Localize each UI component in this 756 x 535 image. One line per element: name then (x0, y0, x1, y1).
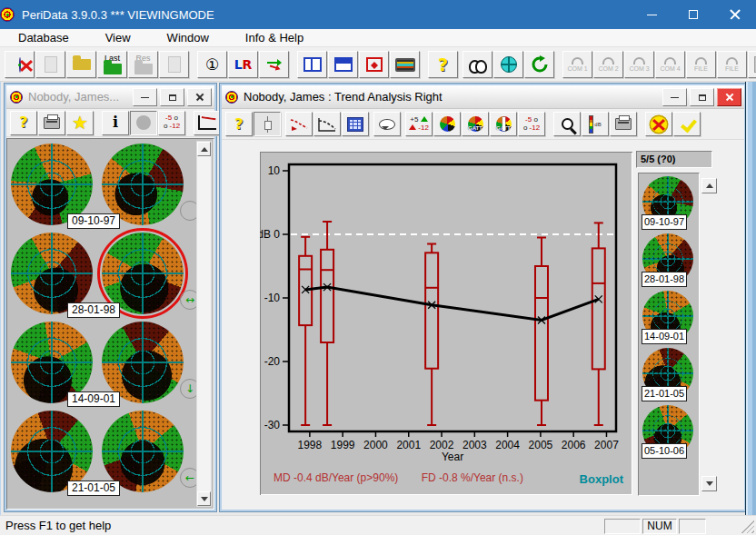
file2-label: FILE (725, 65, 739, 72)
sort-arrows-icon (266, 57, 283, 72)
overview-minimize-button[interactable] (133, 88, 157, 106)
gatt-label: GATT (468, 125, 483, 131)
overview-title-bar[interactable]: Nobody, James... (6, 85, 214, 109)
close-database-button[interactable] (5, 51, 35, 78)
scroll-up-button[interactable] (197, 142, 211, 156)
gatt-pie-icon: GATT (468, 116, 483, 132)
minimize-icon (647, 15, 657, 15)
trend-print-button[interactable] (610, 112, 637, 136)
overview-help-button[interactable]: ? (10, 111, 37, 135)
overview-restore-button[interactable] (160, 88, 184, 106)
exam-row: ↓14-09-01 (9, 319, 200, 408)
com3-button[interactable]: COM 3 (624, 51, 654, 78)
minimize-button[interactable] (631, 0, 672, 29)
import-button[interactable] (159, 51, 189, 78)
trend-restore-button[interactable] (690, 88, 714, 106)
com4-button[interactable]: COM 4 (655, 51, 685, 78)
accept-button[interactable] (673, 112, 701, 136)
resize-grip[interactable] (741, 520, 754, 533)
app-icon (0, 7, 15, 22)
overview-close-button[interactable] (187, 88, 212, 106)
overview-grayscale-button[interactable] (130, 111, 157, 135)
zoom-button[interactable] (553, 112, 581, 136)
tile-horizontal-button[interactable] (328, 51, 358, 78)
sort-button[interactable] (259, 51, 289, 78)
exam-thumbnail-panel: 09-10-97↔28-01-98↓14-09-01←21-01-05 (6, 138, 214, 510)
trend-help-button[interactable]: ? (225, 112, 253, 136)
com1-button[interactable]: COM 1 (562, 51, 592, 78)
svg-text:1999: 1999 (331, 439, 355, 451)
trend-curve-red-button[interactable] (285, 112, 313, 136)
search-button[interactable] (463, 51, 492, 78)
menu-info-help[interactable]: Info & Help (233, 29, 316, 46)
list-scroll-down-button[interactable] (701, 476, 717, 491)
defect-triangles-button[interactable]: +5 -12 (405, 112, 433, 136)
list-scroll-up-button[interactable] (701, 178, 717, 193)
open-last-button[interactable]: Last (97, 51, 127, 78)
exam-count-box: 5/5 (?0) (636, 151, 712, 168)
web-button[interactable] (493, 51, 523, 78)
decay-curve-icon (198, 115, 216, 130)
menu-database[interactable]: Database (5, 29, 82, 46)
open-button[interactable] (66, 51, 96, 78)
trend-exam-item[interactable]: 21-01-05 (639, 345, 699, 402)
menu-window[interactable]: Window (154, 29, 222, 46)
trend-exam-item[interactable]: 09-10-97 (639, 173, 699, 231)
file-transfer-button-1[interactable]: FILE (686, 51, 716, 78)
help-button[interactable]: ? (428, 51, 458, 78)
trend-close-button[interactable] (717, 88, 741, 106)
color-scale-button[interactable]: dB (582, 112, 609, 136)
menu-view[interactable]: View (93, 29, 144, 46)
trend-exam-item[interactable]: 14-09-01 (639, 288, 699, 345)
trend-curve-black-button[interactable] (313, 112, 341, 136)
tile-vertical-button[interactable] (297, 51, 327, 78)
trend-title-bar[interactable]: Nobody, James : Trend Analysis Right (222, 85, 744, 109)
gatt-cross-button[interactable]: GATT (490, 112, 517, 136)
value-table-button[interactable] (342, 112, 369, 136)
left-right-button[interactable]: LR (228, 51, 258, 78)
color-map-button[interactable] (433, 112, 461, 136)
svg-text:2000: 2000 (363, 439, 388, 451)
boxplot-mode-button[interactable] (254, 112, 281, 136)
svg-text:dB 0: dB 0 (260, 228, 280, 241)
com2-button[interactable]: COM 2 (593, 51, 623, 78)
overview-values-button[interactable]: -5 o o -12 (158, 111, 185, 135)
gatt-button[interactable]: GATT (462, 112, 489, 136)
menu-bar: Database View Window Info & Help (0, 29, 756, 47)
overview-print-button[interactable] (38, 111, 65, 135)
trend-minimize-button[interactable] (662, 88, 687, 106)
magnifier-icon (562, 118, 573, 130)
discard-button[interactable] (645, 112, 672, 136)
exam-date-label: 14-09-01 (642, 329, 687, 344)
screen-setup-button[interactable] (390, 51, 420, 78)
overview-scrollbar[interactable] (196, 141, 212, 507)
single-exam-button[interactable]: ① (197, 51, 227, 78)
comment-button[interactable] (373, 112, 401, 136)
maximize-button[interactable] (672, 0, 714, 29)
trend-chart-panel: 10dB 0-10-20-301998199920002001200220032… (260, 152, 632, 495)
trend-exam-item[interactable]: 28-01-98 (639, 231, 699, 288)
trend-boxplot-chart: 10dB 0-10-20-301998199920002001200220032… (260, 152, 632, 495)
overview-info-button[interactable]: i (102, 111, 129, 135)
cascade-button[interactable] (359, 51, 389, 78)
new-exam-button[interactable] (35, 51, 65, 78)
open-results-button[interactable]: Res (128, 51, 158, 78)
app-title: PeriData 3.9.0.3 *** VIEWINGMODE (22, 8, 214, 22)
res-folder-icon (134, 64, 153, 74)
overview-favorite-button[interactable]: ★ (66, 111, 94, 135)
printer-icon (44, 117, 60, 129)
trend-client-area: 10dB 0-10-20-301998199920002001200220032… (222, 141, 744, 510)
refresh-button[interactable] (524, 51, 554, 78)
exam-date-label: 28-01-98 (67, 302, 120, 318)
trend-exam-item[interactable]: 05-10-06 (639, 402, 699, 460)
last-folder-icon (104, 64, 122, 74)
symbol-values-button[interactable]: -5 o o -12 (518, 112, 545, 136)
exam-date-label: 09-10-97 (642, 214, 687, 230)
color-pie-icon (440, 116, 455, 132)
overview-curve-button[interactable] (194, 111, 221, 135)
scroll-down-button[interactable] (197, 491, 211, 506)
close-button[interactable] (714, 0, 756, 29)
arrow-up-icon (706, 183, 713, 188)
file-transfer-button-2[interactable]: FILE (717, 51, 747, 78)
help-icon: ? (19, 115, 27, 130)
